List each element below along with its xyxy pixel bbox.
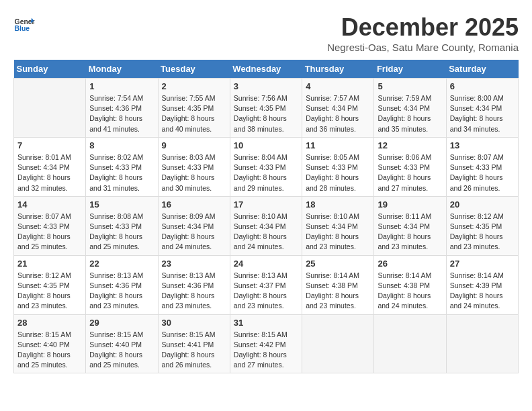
- calendar-cell: [446, 314, 518, 373]
- weekday-header-friday: Friday: [374, 60, 446, 79]
- day-number: 13: [450, 140, 515, 150]
- weekday-header-tuesday: Tuesday: [158, 60, 230, 79]
- day-info: Sunrise: 8:13 AMSunset: 4:36 PMDaylight:…: [89, 271, 154, 312]
- day-number: 7: [17, 140, 82, 150]
- day-info: Sunrise: 8:15 AMSunset: 4:40 PMDaylight:…: [89, 330, 154, 371]
- day-info: Sunrise: 7:57 AMSunset: 4:34 PMDaylight:…: [306, 93, 370, 134]
- day-number: 31: [234, 318, 298, 328]
- logo-icon: General Blue: [13, 13, 35, 35]
- day-number: 22: [89, 259, 154, 269]
- day-info: Sunrise: 8:01 AMSunset: 4:34 PMDaylight:…: [17, 152, 82, 193]
- day-info: Sunrise: 8:05 AMSunset: 4:33 PMDaylight:…: [306, 152, 370, 193]
- day-info: Sunrise: 8:13 AMSunset: 4:37 PMDaylight:…: [234, 271, 298, 312]
- day-number: 12: [378, 140, 442, 150]
- calendar-cell: 28Sunrise: 8:15 AMSunset: 4:40 PMDayligh…: [14, 314, 86, 373]
- day-number: 6: [450, 81, 515, 91]
- day-info: Sunrise: 8:00 AMSunset: 4:34 PMDaylight:…: [450, 93, 515, 134]
- calendar-cell: 16Sunrise: 8:09 AMSunset: 4:34 PMDayligh…: [158, 196, 230, 255]
- svg-text:Blue: Blue: [15, 25, 30, 32]
- calendar-cell: 31Sunrise: 8:15 AMSunset: 4:42 PMDayligh…: [230, 314, 302, 373]
- calendar-cell: 6Sunrise: 8:00 AMSunset: 4:34 PMDaylight…: [446, 79, 518, 138]
- calendar-cell: 4Sunrise: 7:57 AMSunset: 4:34 PMDaylight…: [302, 79, 374, 138]
- location-subtitle: Negresti-Oas, Satu Mare County, Romania: [327, 42, 519, 53]
- weekday-header-saturday: Saturday: [446, 60, 518, 79]
- day-number: 9: [162, 140, 226, 150]
- day-number: 5: [378, 81, 442, 91]
- day-info: Sunrise: 8:15 AMSunset: 4:42 PMDaylight:…: [234, 330, 298, 371]
- calendar-cell: 30Sunrise: 8:15 AMSunset: 4:41 PMDayligh…: [158, 314, 230, 373]
- day-number: 19: [378, 199, 442, 210]
- day-info: Sunrise: 7:55 AMSunset: 4:35 PMDaylight:…: [162, 93, 226, 134]
- calendar-cell: [374, 314, 446, 373]
- day-number: 29: [89, 318, 154, 328]
- calendar-cell: 17Sunrise: 8:10 AMSunset: 4:34 PMDayligh…: [230, 196, 302, 255]
- day-number: 4: [306, 81, 370, 91]
- weekday-header-monday: Monday: [86, 60, 158, 79]
- day-info: Sunrise: 8:10 AMSunset: 4:34 PMDaylight:…: [306, 212, 370, 253]
- calendar-cell: 10Sunrise: 8:04 AMSunset: 4:33 PMDayligh…: [230, 137, 302, 196]
- day-info: Sunrise: 7:59 AMSunset: 4:34 PMDaylight:…: [378, 93, 442, 134]
- day-number: 27: [450, 259, 515, 269]
- day-info: Sunrise: 8:04 AMSunset: 4:33 PMDaylight:…: [234, 152, 298, 193]
- day-info: Sunrise: 7:56 AMSunset: 4:35 PMDaylight:…: [234, 93, 298, 134]
- day-number: 16: [162, 199, 226, 210]
- day-info: Sunrise: 8:06 AMSunset: 4:33 PMDaylight:…: [378, 152, 442, 193]
- calendar-cell: [302, 314, 374, 373]
- month-title: December 2025: [327, 13, 519, 42]
- title-area: December 2025 Negresti-Oas, Satu Mare Co…: [327, 13, 519, 53]
- week-row-3: 14Sunrise: 8:07 AMSunset: 4:33 PMDayligh…: [14, 196, 519, 255]
- weekday-header-thursday: Thursday: [302, 60, 374, 79]
- calendar-cell: 3Sunrise: 7:56 AMSunset: 4:35 PMDaylight…: [230, 79, 302, 138]
- calendar-table: SundayMondayTuesdayWednesdayThursdayFrid…: [13, 60, 519, 373]
- day-info: Sunrise: 8:07 AMSunset: 4:33 PMDaylight:…: [17, 212, 82, 253]
- header: General Blue December 2025 Negresti-Oas,…: [13, 13, 519, 53]
- calendar-cell: 24Sunrise: 8:13 AMSunset: 4:37 PMDayligh…: [230, 255, 302, 314]
- day-number: 20: [450, 199, 515, 210]
- day-info: Sunrise: 8:14 AMSunset: 4:39 PMDaylight:…: [450, 271, 515, 312]
- day-info: Sunrise: 8:12 AMSunset: 4:35 PMDaylight:…: [450, 212, 515, 253]
- calendar-cell: 18Sunrise: 8:10 AMSunset: 4:34 PMDayligh…: [302, 196, 374, 255]
- day-number: 11: [306, 140, 370, 150]
- calendar-cell: 7Sunrise: 8:01 AMSunset: 4:34 PMDaylight…: [14, 137, 86, 196]
- day-info: Sunrise: 8:15 AMSunset: 4:40 PMDaylight:…: [17, 330, 82, 371]
- day-info: Sunrise: 8:11 AMSunset: 4:34 PMDaylight:…: [378, 212, 442, 253]
- calendar-cell: 12Sunrise: 8:06 AMSunset: 4:33 PMDayligh…: [374, 137, 446, 196]
- calendar-cell: 14Sunrise: 8:07 AMSunset: 4:33 PMDayligh…: [14, 196, 86, 255]
- calendar-cell: 19Sunrise: 8:11 AMSunset: 4:34 PMDayligh…: [374, 196, 446, 255]
- logo: General Blue: [13, 13, 35, 35]
- calendar-cell: 23Sunrise: 8:13 AMSunset: 4:36 PMDayligh…: [158, 255, 230, 314]
- day-number: 14: [17, 199, 82, 210]
- day-number: 28: [17, 318, 82, 328]
- week-row-2: 7Sunrise: 8:01 AMSunset: 4:34 PMDaylight…: [14, 137, 519, 196]
- calendar-cell: 27Sunrise: 8:14 AMSunset: 4:39 PMDayligh…: [446, 255, 518, 314]
- calendar-cell: 26Sunrise: 8:14 AMSunset: 4:38 PMDayligh…: [374, 255, 446, 314]
- day-info: Sunrise: 8:09 AMSunset: 4:34 PMDaylight:…: [162, 212, 226, 253]
- day-number: 3: [234, 81, 298, 91]
- day-number: 15: [89, 199, 154, 210]
- day-number: 8: [89, 140, 154, 150]
- day-number: 10: [234, 140, 298, 150]
- day-number: 18: [306, 199, 370, 210]
- day-number: 2: [162, 81, 226, 91]
- calendar-cell: 11Sunrise: 8:05 AMSunset: 4:33 PMDayligh…: [302, 137, 374, 196]
- calendar-cell: 8Sunrise: 8:02 AMSunset: 4:33 PMDaylight…: [86, 137, 158, 196]
- calendar-cell: 21Sunrise: 8:12 AMSunset: 4:35 PMDayligh…: [14, 255, 86, 314]
- day-number: 30: [162, 318, 226, 328]
- weekday-header-row: SundayMondayTuesdayWednesdayThursdayFrid…: [14, 60, 519, 79]
- day-info: Sunrise: 8:12 AMSunset: 4:35 PMDaylight:…: [17, 271, 82, 312]
- week-row-1: 1Sunrise: 7:54 AMSunset: 4:36 PMDaylight…: [14, 79, 519, 138]
- day-info: Sunrise: 7:54 AMSunset: 4:36 PMDaylight:…: [89, 93, 154, 134]
- calendar-cell: [14, 79, 86, 138]
- calendar-cell: 1Sunrise: 7:54 AMSunset: 4:36 PMDaylight…: [86, 79, 158, 138]
- calendar-cell: 15Sunrise: 8:08 AMSunset: 4:33 PMDayligh…: [86, 196, 158, 255]
- calendar-cell: 9Sunrise: 8:03 AMSunset: 4:33 PMDaylight…: [158, 137, 230, 196]
- week-row-5: 28Sunrise: 8:15 AMSunset: 4:40 PMDayligh…: [14, 314, 519, 373]
- calendar-cell: 29Sunrise: 8:15 AMSunset: 4:40 PMDayligh…: [86, 314, 158, 373]
- calendar-cell: 20Sunrise: 8:12 AMSunset: 4:35 PMDayligh…: [446, 196, 518, 255]
- day-number: 26: [378, 259, 442, 269]
- day-number: 25: [306, 259, 370, 269]
- calendar-cell: 2Sunrise: 7:55 AMSunset: 4:35 PMDaylight…: [158, 79, 230, 138]
- day-number: 23: [162, 259, 226, 269]
- day-info: Sunrise: 8:15 AMSunset: 4:41 PMDaylight:…: [162, 330, 226, 371]
- calendar-cell: 5Sunrise: 7:59 AMSunset: 4:34 PMDaylight…: [374, 79, 446, 138]
